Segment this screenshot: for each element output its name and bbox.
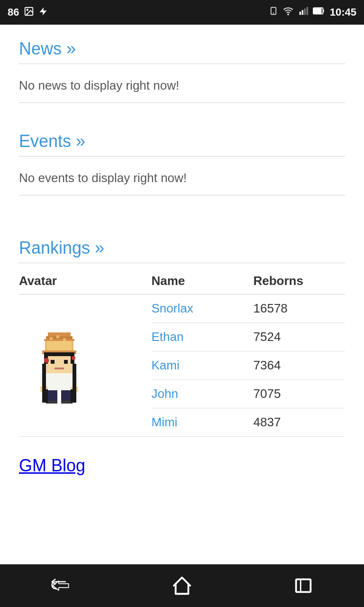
rankings-table-header-row: Avatar Name Reborns (19, 268, 345, 294)
player-name[interactable]: John (152, 380, 254, 408)
status-bar: 86 (0, 0, 364, 25)
col-header-avatar: Avatar (19, 268, 152, 294)
svg-rect-30 (72, 356, 75, 360)
svg-rect-25 (46, 352, 73, 356)
svg-point-5 (288, 14, 289, 15)
player-reborns: 7364 (254, 351, 346, 380)
rankings-divider (19, 263, 345, 263)
nav-bar (0, 564, 364, 607)
status-left-icons: 86 (8, 6, 47, 19)
recents-button[interactable] (284, 571, 322, 600)
svg-marker-2 (40, 8, 47, 15)
home-button[interactable] (163, 571, 201, 600)
rankings-section-header[interactable]: Rankings » (19, 224, 345, 263)
player-name[interactable]: Snorlax (152, 294, 254, 323)
news-link[interactable]: News » (19, 39, 76, 58)
events-link[interactable]: Events » (19, 131, 85, 151)
player-reborns: 16578 (254, 294, 346, 323)
player-reborns: 4837 (254, 408, 346, 437)
news-section-header[interactable]: News » (19, 25, 345, 64)
back-button[interactable] (42, 571, 80, 600)
player-name[interactable]: Kami (152, 351, 254, 380)
main-content: News » No news to display right now! Eve… (0, 25, 364, 564)
svg-rect-17 (47, 341, 72, 350)
svg-rect-21 (63, 338, 66, 341)
svg-rect-26 (51, 360, 55, 364)
svg-rect-11 (314, 8, 321, 13)
sim-icon (269, 6, 278, 19)
events-empty-message: No events to display right now! (19, 156, 345, 195)
svg-rect-40 (42, 364, 46, 392)
svg-rect-8 (304, 9, 305, 15)
character-sprite (31, 328, 88, 404)
player-reborns: 7524 (254, 323, 346, 351)
avatar-cell (19, 294, 152, 437)
svg-rect-43 (71, 389, 76, 403)
svg-rect-42 (42, 389, 48, 403)
svg-rect-6 (299, 12, 300, 15)
svg-rect-27 (64, 360, 68, 364)
wifi-icon (282, 6, 294, 19)
svg-rect-20 (56, 335, 59, 338)
events-section-header[interactable]: Events » (19, 117, 345, 156)
col-header-name: Name (152, 268, 254, 294)
gm-blog-link[interactable]: GM Blog (19, 456, 85, 475)
status-right-icons: 10:45 (269, 6, 356, 19)
svg-rect-41 (73, 364, 76, 390)
lightning-icon (39, 6, 47, 19)
gm-blog-header[interactable]: GM Blog (19, 446, 345, 480)
rankings-table: Avatar Name Reborns (19, 268, 345, 437)
notification-count: 86 (8, 6, 19, 18)
news-empty-message: No news to display right now! (19, 64, 345, 102)
battery-icon (313, 6, 325, 19)
avatar (19, 325, 100, 406)
player-reborns: 7075 (254, 380, 346, 408)
svg-rect-15 (44, 339, 74, 341)
svg-rect-36 (48, 390, 57, 402)
svg-rect-19 (50, 337, 53, 340)
rankings-link[interactable]: Rankings » (19, 238, 104, 258)
svg-rect-22 (46, 354, 73, 373)
table-row: Snorlax16578 (19, 294, 345, 323)
svg-rect-7 (301, 10, 303, 15)
signal-icon (299, 6, 308, 19)
rankings-section: Rankings » Avatar Name Reborns (19, 224, 345, 437)
home-icon (171, 575, 193, 597)
svg-rect-29 (44, 358, 49, 363)
back-icon (49, 576, 73, 595)
recents-icon (292, 575, 314, 597)
player-name[interactable]: Mimi (152, 408, 254, 437)
svg-point-1 (27, 9, 28, 10)
svg-rect-44 (296, 579, 311, 592)
svg-rect-37 (61, 390, 71, 402)
svg-rect-28 (55, 368, 64, 369)
svg-rect-9 (306, 7, 308, 15)
svg-rect-31 (48, 373, 71, 390)
col-header-reborns: Reborns (254, 268, 346, 294)
clock: 10:45 (330, 6, 356, 18)
player-name[interactable]: Ethan (152, 323, 254, 351)
image-icon (24, 6, 34, 19)
